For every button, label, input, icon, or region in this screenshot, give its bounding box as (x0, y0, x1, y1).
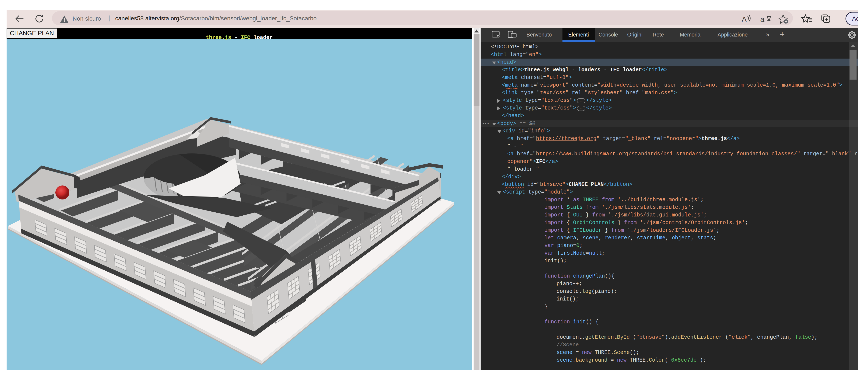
svg-text:A: A (742, 15, 747, 23)
svg-text:a: a (760, 15, 765, 23)
